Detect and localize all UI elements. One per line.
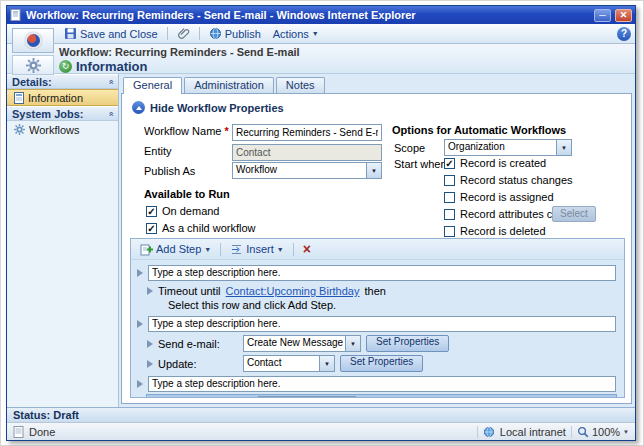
scope-select[interactable]: Organization ▼ <box>444 139 572 156</box>
statusbar-separator <box>571 426 572 438</box>
checkbox[interactable]: ✓ <box>146 223 157 234</box>
row-selector-icon[interactable] <box>147 287 153 295</box>
minimize-button[interactable]: ─ <box>594 9 611 22</box>
crm-logo-icon <box>25 32 42 49</box>
publish-as-label: Publish As <box>144 165 195 177</box>
tab-strip: General Administration Notes <box>121 76 632 93</box>
chevron-down-icon: ▼ <box>556 140 571 155</box>
entity-label: Entity <box>144 145 172 157</box>
ie-window: Workflow: Recurring Reminders - Send E-m… <box>6 5 636 441</box>
row-selector-icon[interactable] <box>147 340 153 348</box>
step-description-row[interactable] <box>137 375 616 392</box>
update-select[interactable]: Contact ▼ <box>243 355 335 372</box>
tab-administration[interactable]: Administration <box>184 77 274 93</box>
checkbox[interactable] <box>444 209 455 220</box>
attach-button[interactable] <box>172 26 195 41</box>
set-properties-button[interactable]: Set Properties <box>340 355 423 372</box>
gear-icon <box>14 124 25 135</box>
row-selector-icon[interactable] <box>137 320 143 328</box>
actions-button[interactable]: Actions ▼ <box>268 27 324 41</box>
row-selector-icon[interactable] <box>147 360 153 368</box>
step-editor: Add Step ▼ Insert <box>130 238 625 398</box>
paperclip-icon <box>177 27 190 40</box>
checkbox[interactable] <box>444 192 455 203</box>
save-icon <box>64 27 77 40</box>
set-properties-button[interactable]: Set Properties <box>366 335 449 352</box>
ie-status-bar: Done Local intranet 100% ▼ <box>7 422 635 440</box>
checkbox[interactable]: ✓ <box>444 158 455 169</box>
hide-properties-toggle[interactable]: Hide Workflow Properties <box>132 101 284 114</box>
publish-as-select[interactable]: Workflow ▼ <box>232 162 382 179</box>
collapse-chevron-icon: » <box>105 111 115 116</box>
workflow-name-input[interactable] <box>232 124 382 141</box>
row-selector-icon[interactable] <box>137 269 143 277</box>
update-step-row[interactable]: Update: Contact ▼ Set Properties <box>147 355 616 372</box>
delete-step-icon[interactable]: × <box>299 243 315 255</box>
sidebar-jobs-header[interactable]: System Jobs: » <box>7 106 118 121</box>
add-step-button[interactable]: Add Step ▼ <box>136 242 215 257</box>
close-button[interactable]: ✕ <box>615 9 632 22</box>
send-email-select[interactable]: Create New Message ▼ <box>243 335 361 352</box>
sidebar-item-workflows[interactable]: Workflows <box>7 121 118 138</box>
insert-button[interactable]: Insert ▼ <box>226 242 287 257</box>
step-description-input[interactable] <box>148 265 616 281</box>
save-and-close-button[interactable]: Save and Close <box>59 26 163 41</box>
record-status-option[interactable]: Record status changes <box>444 174 573 186</box>
child-workflow-step-row[interactable]: Start child workflow: Contact ▼ <box>147 395 616 398</box>
sidebar-details-header[interactable]: Details: » <box>7 74 118 89</box>
chevron-up-icon <box>132 101 145 114</box>
toolbar-separator <box>167 27 168 40</box>
screenshot-frame: Workflow: Recurring Reminders - Send E-m… <box>0 0 644 446</box>
timeout-condition-link[interactable]: Contact:Upcoming Birthday <box>226 285 360 297</box>
zoom-level: 100% <box>592 426 620 438</box>
chevron-down-icon: ▼ <box>366 163 381 178</box>
dynamic-values-icon[interactable] <box>599 398 614 399</box>
window-icon <box>10 9 22 21</box>
zoom-control[interactable]: 100% ▼ <box>577 426 629 438</box>
step-description-row[interactable] <box>137 315 616 332</box>
toolbar-separator <box>293 243 294 256</box>
checkbox[interactable] <box>444 175 455 186</box>
window-title: Workflow: Recurring Reminders - Send E-m… <box>26 9 590 21</box>
form-icon <box>14 92 24 104</box>
automatic-options-header: Options for Automatic Workflows <box>392 124 566 136</box>
publish-button[interactable]: Publish <box>204 26 266 41</box>
tab-general[interactable]: General <box>123 77 182 94</box>
security-zone-label: Local intranet <box>500 426 566 438</box>
send-email-step-row[interactable]: Send e-mail: Create New Message ▼ Set Pr… <box>147 335 616 352</box>
chevron-down-icon: ▼ <box>312 30 319 37</box>
title-bar[interactable]: Workflow: Recurring Reminders - Send E-m… <box>7 6 635 24</box>
step-description-input[interactable] <box>148 376 616 392</box>
select-button: Select <box>552 206 596 222</box>
breadcrumb: Workflow: Recurring Reminders - Send E-m… <box>59 46 629 58</box>
workflow-entity-box <box>12 55 54 75</box>
record-assigned-option[interactable]: Record is assigned <box>444 191 554 203</box>
tab-notes[interactable]: Notes <box>276 77 325 93</box>
lookup-grid-icon[interactable] <box>579 398 594 399</box>
record-created-option[interactable]: ✓ Record is created <box>444 157 546 169</box>
step-description-row[interactable] <box>137 264 616 281</box>
chevron-down-icon: ▼ <box>204 246 211 253</box>
main-area: General Administration Notes Hide Workfl… <box>119 74 635 407</box>
record-deleted-option[interactable]: Record is deleted <box>444 225 546 237</box>
step-description-input[interactable] <box>148 316 616 332</box>
page-header: Workflow: Recurring Reminders - Send E-m… <box>7 44 635 74</box>
send-email-label: Send e-mail: <box>158 338 238 350</box>
child-workflow-entity-select[interactable]: Contact ▼ <box>258 396 356 398</box>
child-workflow-option[interactable]: ✓ As a child workflow <box>146 222 256 234</box>
workflow-name-label: Workflow Name * <box>144 125 229 137</box>
on-demand-option[interactable]: ✓ On demand <box>146 205 219 217</box>
help-button[interactable]: ? <box>617 27 631 41</box>
sidebar-item-information[interactable]: Information <box>7 89 118 106</box>
checkbox[interactable] <box>444 226 455 237</box>
chevron-down-icon: ▼ <box>623 429 629 435</box>
row-selector-icon[interactable] <box>137 380 143 388</box>
step-rows: Timeout until Contact:Upcoming Birthday … <box>131 260 624 398</box>
toolbar: Save and Close Publish Actions ▼ <box>7 24 635 44</box>
available-to-run-header: Available to Run <box>144 188 230 200</box>
scope-label: Scope <box>394 142 425 154</box>
toolbar-separator <box>199 27 200 40</box>
timeout-step-row[interactable]: Timeout until Contact:Upcoming Birthday … <box>147 284 616 312</box>
start-when-label: Start when: <box>394 158 450 170</box>
checkbox[interactable]: ✓ <box>146 206 157 217</box>
